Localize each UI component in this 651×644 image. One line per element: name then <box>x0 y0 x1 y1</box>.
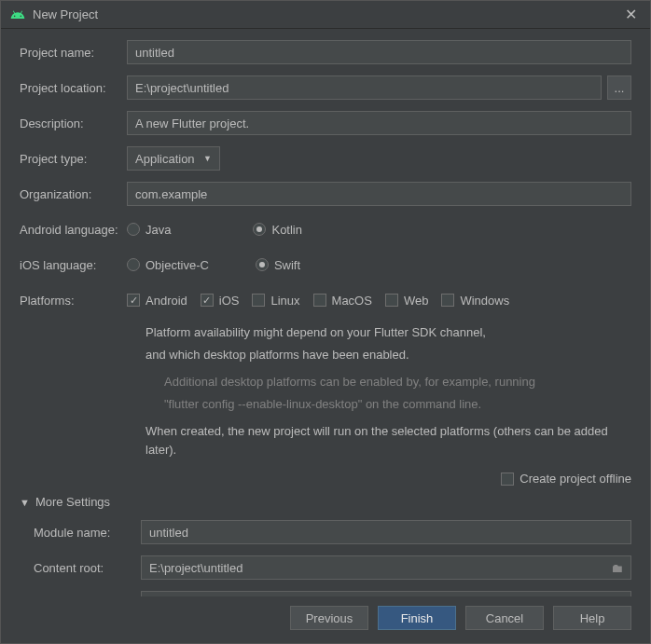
chevron-down-icon: ▼ <box>20 497 30 508</box>
platform-info-line2: and which desktop platforms have been en… <box>145 346 631 364</box>
chevron-down-icon: ▼ <box>203 154 212 163</box>
checkbox-icon <box>441 294 454 307</box>
create-offline-checkbox[interactable]: Create project offline <box>501 472 631 486</box>
platforms-label: Platforms: <box>20 294 127 308</box>
project-type-label: Project type: <box>20 152 127 166</box>
organization-label: Organization: <box>20 187 127 201</box>
help-button[interactable]: Help <box>553 606 631 630</box>
android-kotlin-radio[interactable]: Kotlin <box>253 223 302 237</box>
content-root-label: Content root: <box>20 561 141 575</box>
cancel-button[interactable]: Cancel <box>465 606 544 630</box>
platform-linux-checkbox[interactable]: Linux <box>252 294 299 308</box>
project-location-input[interactable] <box>127 75 602 100</box>
module-name-label: Module name: <box>20 526 141 540</box>
platform-info-line3: Additional desktop platforms can be enab… <box>164 373 631 391</box>
content-root-input[interactable]: E:\project\untitled 🖿 <box>141 555 631 580</box>
platform-info-line1: Platform availability might depend on yo… <box>145 323 631 342</box>
radio-icon <box>253 223 266 236</box>
checkbox-icon <box>501 473 514 486</box>
platform-windows-checkbox[interactable]: Windows <box>441 294 509 308</box>
android-java-radio[interactable]: Java <box>127 223 171 237</box>
platform-macos-checkbox[interactable]: MacOS <box>313 294 372 308</box>
checkbox-icon <box>385 294 398 307</box>
finish-button[interactable]: Finish <box>378 606 456 630</box>
folder-icon[interactable]: 🖿 <box>611 561 623 575</box>
checkbox-icon: ✓ <box>127 294 140 307</box>
new-project-dialog: New Project ✕ Project name: Project loca… <box>0 0 651 644</box>
browse-location-button[interactable]: ... <box>607 75 631 100</box>
radio-icon <box>127 223 140 236</box>
close-icon[interactable]: ✕ <box>621 6 641 23</box>
ios-swift-radio[interactable]: Swift <box>256 258 300 272</box>
project-location-label: Project location: <box>20 81 127 95</box>
description-input[interactable] <box>127 111 631 135</box>
project-name-label: Project name: <box>20 46 127 60</box>
platform-ios-checkbox[interactable]: ✓ iOS <box>201 294 240 308</box>
android-icon <box>10 7 25 22</box>
platform-info-line4: "flutter config --enable-linux-desktop" … <box>164 395 631 414</box>
radio-icon <box>256 258 269 271</box>
project-name-input[interactable] <box>127 40 631 64</box>
platform-info-line5: When created, the new project will run o… <box>145 422 631 459</box>
button-bar: Previous Finish Cancel Help <box>1 596 650 643</box>
checkbox-icon: ✓ <box>201 294 214 307</box>
project-type-select[interactable]: Application ▼ <box>127 146 220 171</box>
previous-button[interactable]: Previous <box>290 606 368 630</box>
module-name-input[interactable] <box>141 520 631 544</box>
content-area: Project name: Project location: ... Desc… <box>1 29 650 596</box>
radio-icon <box>127 258 140 271</box>
checkbox-icon <box>252 294 265 307</box>
checkbox-icon <box>313 294 326 307</box>
platform-android-checkbox[interactable]: ✓ Android <box>127 294 187 308</box>
description-label: Description: <box>20 116 127 130</box>
titlebar: New Project ✕ <box>1 1 650 29</box>
android-language-label: Android language: <box>20 223 127 237</box>
dialog-title: New Project <box>33 7 621 21</box>
platform-web-checkbox[interactable]: Web <box>385 294 429 308</box>
ios-language-label: iOS language: <box>20 258 127 272</box>
more-settings-toggle[interactable]: ▼ More Settings <box>20 495 631 509</box>
organization-input[interactable] <box>127 182 631 206</box>
ios-objc-radio[interactable]: Objective-C <box>127 258 209 272</box>
